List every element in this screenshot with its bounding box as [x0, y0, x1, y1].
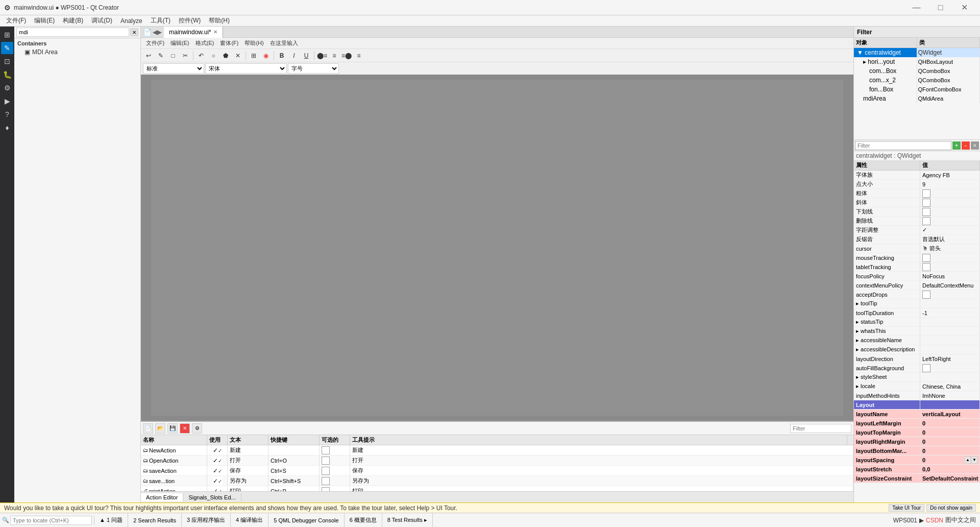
props-filter-add-btn[interactable]: + [952, 141, 961, 150]
tab-problems[interactable]: ▲ 1 问题 [94, 513, 128, 527]
sidebar-design-icon[interactable]: ⊡ [1, 55, 13, 67]
toolbar-poly-btn[interactable]: ⬟ [220, 50, 231, 61]
prop-row-layoutstretch[interactable]: layoutStretch 0,0 [854, 465, 980, 474]
prop-row-cursor[interactable]: cursor 🖱 箭头 [854, 244, 980, 253]
toolbar-draw-btn[interactable]: ✎ [155, 50, 166, 61]
prop-row-italic[interactable]: 斜体 [854, 198, 980, 207]
props-filter-input[interactable] [855, 141, 951, 150]
prop-row-accessibledesc[interactable]: ▸ accessibleDescription [854, 345, 980, 354]
prop-row-tablettracking[interactable]: tabletTracking [854, 262, 980, 272]
tour-dismiss-btn[interactable]: Do not show again [926, 504, 976, 512]
toolbar-cut-btn[interactable]: ✂ [180, 50, 191, 61]
action-filter-input[interactable] [790, 424, 851, 433]
toolbar-save-btn[interactable]: □ [167, 50, 179, 61]
prop-row-layoutleft[interactable]: layoutLeftMargin 0 [854, 419, 980, 428]
tab-qml-debugger[interactable]: 5 QML Debugger Console [268, 513, 344, 527]
editor-menu-format[interactable]: 格式(E) [192, 38, 217, 48]
editor-menu-file[interactable]: 文件(F) [143, 38, 167, 48]
toolbar-bold-btn[interactable]: B [276, 50, 287, 61]
prop-row-underline[interactable]: 下划线 [854, 207, 980, 217]
editor-canvas[interactable] [141, 75, 853, 421]
menu-window[interactable]: 控件(W) [175, 15, 205, 26]
prop-row-autofill[interactable]: autoFillBackground [854, 364, 980, 373]
editor-menu-type-here[interactable]: 在这里输入 [267, 38, 301, 48]
prop-row-inputmethod[interactable]: inputMethodHints ImhNone [854, 391, 980, 400]
prop-row-layoutright[interactable]: layoutRightMargin 0 [854, 437, 980, 446]
widget-category-containers[interactable]: Containers [14, 39, 140, 47]
prop-row-mousetracking[interactable]: mouseTracking [854, 253, 980, 262]
tab-summary[interactable]: 6 概要信息 [345, 513, 382, 527]
widget-item-mdi-area[interactable]: ▣ MDI Area [14, 47, 140, 57]
menu-build[interactable]: 构建(B) [59, 15, 87, 26]
prop-row-contextmenupolicy[interactable]: contextMenuPolicy DefaultContextMenu [854, 281, 980, 290]
toolbar-x-btn[interactable]: ✕ [232, 50, 243, 61]
editor-menu-edit[interactable]: 编辑(E) [167, 38, 192, 48]
close-button[interactable]: ✕ [953, 0, 976, 15]
menu-analyze[interactable]: Analyze [116, 16, 146, 26]
prop-row-layoutdir[interactable]: layoutDirection LeftToRight [854, 354, 980, 364]
menu-edit[interactable]: 编辑(E) [30, 15, 59, 26]
toolbar-color-btn[interactable]: ◉ [260, 50, 272, 61]
minimize-button[interactable]: — [905, 0, 928, 15]
prop-row-layouttop[interactable]: layoutTopMargin 0 [854, 428, 980, 437]
editor-menu-help[interactable]: 帮助(H) [241, 38, 266, 48]
props-filter-extra-btn[interactable]: ≡ [971, 141, 979, 150]
tab-action-editor[interactable]: Action Editor [141, 493, 183, 501]
sidebar-project-icon[interactable]: ⚙ [1, 82, 13, 94]
doc-tab-close-icon[interactable]: ✕ [213, 29, 217, 35]
sidebar-welcome-icon[interactable]: ⊞ [1, 29, 13, 41]
prop-row-whatthis[interactable]: ▸ whatsThis [854, 327, 980, 336]
prop-row-layoutsizeconstraint[interactable]: layoutSizeConstraint SetDefaultConstrain… [854, 474, 980, 483]
table-row[interactable]: 🗂OpenAction ✓ 打开 Ctrl+O 打开 [141, 456, 853, 466]
action-new-btn[interactable]: 📄 [143, 423, 153, 434]
widget-search-clear-btn[interactable]: ✕ [130, 28, 138, 36]
prop-row-stylesheet[interactable]: ▸ styleSheet [854, 373, 980, 382]
widget-search-input[interactable] [16, 28, 129, 37]
toolbar-align-left-btn[interactable]: ⬤≡ [316, 50, 328, 61]
menu-file[interactable]: 文件(F) [2, 15, 30, 26]
toolbar-arrow-btn[interactable]: ↶ [195, 50, 207, 61]
prop-row-acceptdrops[interactable]: acceptDrops [854, 290, 980, 299]
font-select[interactable]: 宋体 [205, 63, 287, 74]
sidebar-help-icon[interactable]: ? [1, 108, 13, 121]
doc-tab-mainwindow[interactable]: mainwindow.ui* ✕ [164, 27, 223, 38]
prop-row-locale[interactable]: ▸ locale Chinese, China [854, 382, 980, 391]
toolbar-align-center-btn[interactable]: ≡ [329, 50, 340, 61]
menu-help[interactable]: 帮助(H) [205, 15, 234, 26]
menu-debug[interactable]: 调试(D) [87, 15, 116, 26]
tree-item-combobox1[interactable]: com...Box QComboBox [854, 66, 980, 76]
sidebar-debug-icon[interactable]: 🐛 [1, 68, 13, 81]
editor-menu-window[interactable]: 窗体(F) [217, 38, 241, 48]
prop-row-strikeout[interactable]: 删除线 [854, 217, 980, 226]
sidebar-extra-icon[interactable]: ♦ [1, 122, 13, 134]
tree-item-mdiarea[interactable]: mdiArea QMdiArea [854, 94, 980, 103]
prop-row-statustip[interactable]: ▸ statusTip [854, 318, 980, 327]
action-open-btn[interactable]: 📂 [155, 423, 165, 434]
prop-row-accessiblename[interactable]: ▸ accessibleName [854, 336, 980, 345]
prop-row-antialias[interactable]: 反锯齿 首选默认 [854, 235, 980, 244]
prop-row-focuspolicy[interactable]: focusPolicy NoFocus [854, 272, 980, 281]
toolbar-circle-btn[interactable]: ○ [208, 50, 219, 61]
table-row[interactable]: 🗂NewAction ✓ 新建 新建 [141, 445, 853, 456]
prop-row-font-family[interactable]: 字体族 Agency FB [854, 171, 980, 180]
new-file-icon[interactable]: 📄 [143, 28, 152, 36]
tab-search-results[interactable]: 2 Search Results [128, 513, 182, 527]
props-filter-remove-btn[interactable]: - [962, 141, 970, 150]
action-save-btn[interactable]: 💾 [167, 423, 178, 434]
toolbar-undo-btn[interactable]: ↩ [143, 50, 154, 61]
tab-compile-output[interactable]: 4 编译输出 [231, 513, 268, 527]
prop-row-layoutbottom[interactable]: layoutBottomMar... 0 [854, 446, 980, 456]
prop-row-tooltipduration[interactable]: toolTipDuration -1 [854, 308, 980, 318]
tab-test-results[interactable]: 8 Test Results ▸ [382, 513, 433, 527]
toolbar-underline-btn[interactable]: U [301, 50, 312, 61]
sidebar-run-icon[interactable]: ▶ [1, 95, 13, 107]
prop-row-kerning[interactable]: 字距调整 ✓ [854, 226, 980, 235]
prop-row-layoutspacing[interactable]: layoutSpacing 0 ▲▼ [854, 456, 980, 465]
tree-item-combobox2[interactable]: com...x_2 QComboBox [854, 76, 980, 85]
action-extra-btn[interactable]: ⚙ [192, 423, 202, 434]
tab-app-output[interactable]: 3 应用程序输出 [182, 513, 231, 527]
tree-item-fontcombobox[interactable]: fon...Box QFontComboBox [854, 85, 980, 94]
action-delete-btn[interactable]: ✕ [180, 423, 190, 434]
prop-row-bold[interactable]: 粗体 [854, 189, 980, 198]
table-row[interactable]: 🗂saveAction ✓ 保存 Ctrl+S 保存 [141, 466, 853, 476]
